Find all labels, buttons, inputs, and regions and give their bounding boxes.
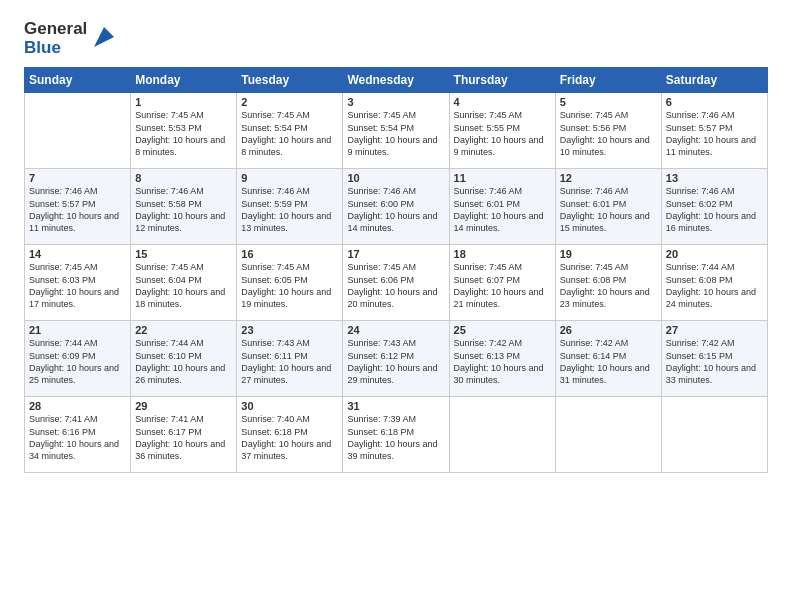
cell-info: Sunrise: 7:45 AMSunset: 5:56 PMDaylight:… xyxy=(560,109,657,158)
cell-0-3: 3Sunrise: 7:45 AMSunset: 5:54 PMDaylight… xyxy=(343,93,449,169)
day-number: 28 xyxy=(29,400,126,412)
day-number: 4 xyxy=(454,96,551,108)
cell-info: Sunrise: 7:40 AMSunset: 6:18 PMDaylight:… xyxy=(241,413,338,462)
cell-info: Sunrise: 7:46 AMSunset: 6:00 PMDaylight:… xyxy=(347,185,444,234)
cell-2-0: 14Sunrise: 7:45 AMSunset: 6:03 PMDayligh… xyxy=(25,245,131,321)
header: General Blue xyxy=(24,20,768,57)
cell-2-5: 19Sunrise: 7:45 AMSunset: 6:08 PMDayligh… xyxy=(555,245,661,321)
col-header-wednesday: Wednesday xyxy=(343,68,449,93)
week-row-4: 28Sunrise: 7:41 AMSunset: 6:16 PMDayligh… xyxy=(25,397,768,473)
cell-info: Sunrise: 7:46 AMSunset: 6:01 PMDaylight:… xyxy=(454,185,551,234)
day-number: 27 xyxy=(666,324,763,336)
col-header-friday: Friday xyxy=(555,68,661,93)
cell-info: Sunrise: 7:46 AMSunset: 5:58 PMDaylight:… xyxy=(135,185,232,234)
cell-info: Sunrise: 7:41 AMSunset: 6:17 PMDaylight:… xyxy=(135,413,232,462)
cell-info: Sunrise: 7:45 AMSunset: 5:54 PMDaylight:… xyxy=(347,109,444,158)
cell-1-0: 7Sunrise: 7:46 AMSunset: 5:57 PMDaylight… xyxy=(25,169,131,245)
col-header-saturday: Saturday xyxy=(661,68,767,93)
cell-info: Sunrise: 7:45 AMSunset: 6:04 PMDaylight:… xyxy=(135,261,232,310)
cell-0-5: 5Sunrise: 7:45 AMSunset: 5:56 PMDaylight… xyxy=(555,93,661,169)
cell-info: Sunrise: 7:46 AMSunset: 6:02 PMDaylight:… xyxy=(666,185,763,234)
col-header-sunday: Sunday xyxy=(25,68,131,93)
day-number: 12 xyxy=(560,172,657,184)
day-number: 8 xyxy=(135,172,232,184)
col-header-thursday: Thursday xyxy=(449,68,555,93)
cell-3-6: 27Sunrise: 7:42 AMSunset: 6:15 PMDayligh… xyxy=(661,321,767,397)
cell-2-1: 15Sunrise: 7:45 AMSunset: 6:04 PMDayligh… xyxy=(131,245,237,321)
day-number: 30 xyxy=(241,400,338,412)
day-number: 31 xyxy=(347,400,444,412)
cell-1-2: 9Sunrise: 7:46 AMSunset: 5:59 PMDaylight… xyxy=(237,169,343,245)
cell-info: Sunrise: 7:45 AMSunset: 5:53 PMDaylight:… xyxy=(135,109,232,158)
cell-info: Sunrise: 7:44 AMSunset: 6:09 PMDaylight:… xyxy=(29,337,126,386)
cell-3-4: 25Sunrise: 7:42 AMSunset: 6:13 PMDayligh… xyxy=(449,321,555,397)
day-number: 21 xyxy=(29,324,126,336)
day-number: 29 xyxy=(135,400,232,412)
cell-info: Sunrise: 7:45 AMSunset: 6:05 PMDaylight:… xyxy=(241,261,338,310)
week-row-0: 1Sunrise: 7:45 AMSunset: 5:53 PMDaylight… xyxy=(25,93,768,169)
day-number: 24 xyxy=(347,324,444,336)
cell-info: Sunrise: 7:46 AMSunset: 6:01 PMDaylight:… xyxy=(560,185,657,234)
cell-3-5: 26Sunrise: 7:42 AMSunset: 6:14 PMDayligh… xyxy=(555,321,661,397)
cell-3-1: 22Sunrise: 7:44 AMSunset: 6:10 PMDayligh… xyxy=(131,321,237,397)
cell-info: Sunrise: 7:43 AMSunset: 6:11 PMDaylight:… xyxy=(241,337,338,386)
week-row-1: 7Sunrise: 7:46 AMSunset: 5:57 PMDaylight… xyxy=(25,169,768,245)
day-number: 1 xyxy=(135,96,232,108)
cell-0-1: 1Sunrise: 7:45 AMSunset: 5:53 PMDaylight… xyxy=(131,93,237,169)
cell-3-0: 21Sunrise: 7:44 AMSunset: 6:09 PMDayligh… xyxy=(25,321,131,397)
day-number: 7 xyxy=(29,172,126,184)
calendar-table: SundayMondayTuesdayWednesdayThursdayFrid… xyxy=(24,67,768,473)
week-row-2: 14Sunrise: 7:45 AMSunset: 6:03 PMDayligh… xyxy=(25,245,768,321)
cell-3-3: 24Sunrise: 7:43 AMSunset: 6:12 PMDayligh… xyxy=(343,321,449,397)
day-number: 15 xyxy=(135,248,232,260)
cell-4-2: 30Sunrise: 7:40 AMSunset: 6:18 PMDayligh… xyxy=(237,397,343,473)
cell-info: Sunrise: 7:43 AMSunset: 6:12 PMDaylight:… xyxy=(347,337,444,386)
cell-info: Sunrise: 7:45 AMSunset: 6:07 PMDaylight:… xyxy=(454,261,551,310)
cell-info: Sunrise: 7:41 AMSunset: 6:16 PMDaylight:… xyxy=(29,413,126,462)
logo-icon xyxy=(90,23,118,51)
cell-1-6: 13Sunrise: 7:46 AMSunset: 6:02 PMDayligh… xyxy=(661,169,767,245)
cell-info: Sunrise: 7:46 AMSunset: 5:59 PMDaylight:… xyxy=(241,185,338,234)
day-number: 11 xyxy=(454,172,551,184)
logo-general: General xyxy=(24,20,87,39)
cell-info: Sunrise: 7:42 AMSunset: 6:15 PMDaylight:… xyxy=(666,337,763,386)
cell-4-4 xyxy=(449,397,555,473)
svg-marker-0 xyxy=(94,27,114,47)
day-number: 5 xyxy=(560,96,657,108)
cell-4-6 xyxy=(661,397,767,473)
cell-info: Sunrise: 7:46 AMSunset: 5:57 PMDaylight:… xyxy=(666,109,763,158)
cell-1-1: 8Sunrise: 7:46 AMSunset: 5:58 PMDaylight… xyxy=(131,169,237,245)
day-number: 16 xyxy=(241,248,338,260)
day-number: 25 xyxy=(454,324,551,336)
day-number: 20 xyxy=(666,248,763,260)
day-number: 23 xyxy=(241,324,338,336)
page: General Blue SundayMondayTuesdayWednesda… xyxy=(0,0,792,612)
cell-1-5: 12Sunrise: 7:46 AMSunset: 6:01 PMDayligh… xyxy=(555,169,661,245)
col-header-monday: Monday xyxy=(131,68,237,93)
day-number: 22 xyxy=(135,324,232,336)
cell-2-2: 16Sunrise: 7:45 AMSunset: 6:05 PMDayligh… xyxy=(237,245,343,321)
cell-0-4: 4Sunrise: 7:45 AMSunset: 5:55 PMDaylight… xyxy=(449,93,555,169)
cell-4-1: 29Sunrise: 7:41 AMSunset: 6:17 PMDayligh… xyxy=(131,397,237,473)
cell-info: Sunrise: 7:44 AMSunset: 6:10 PMDaylight:… xyxy=(135,337,232,386)
day-number: 19 xyxy=(560,248,657,260)
cell-2-3: 17Sunrise: 7:45 AMSunset: 6:06 PMDayligh… xyxy=(343,245,449,321)
cell-2-4: 18Sunrise: 7:45 AMSunset: 6:07 PMDayligh… xyxy=(449,245,555,321)
day-number: 17 xyxy=(347,248,444,260)
logo-blue: Blue xyxy=(24,39,87,58)
day-number: 13 xyxy=(666,172,763,184)
cell-info: Sunrise: 7:44 AMSunset: 6:08 PMDaylight:… xyxy=(666,261,763,310)
day-number: 9 xyxy=(241,172,338,184)
cell-info: Sunrise: 7:42 AMSunset: 6:13 PMDaylight:… xyxy=(454,337,551,386)
cell-info: Sunrise: 7:45 AMSunset: 6:03 PMDaylight:… xyxy=(29,261,126,310)
cell-info: Sunrise: 7:42 AMSunset: 6:14 PMDaylight:… xyxy=(560,337,657,386)
day-number: 10 xyxy=(347,172,444,184)
cell-info: Sunrise: 7:46 AMSunset: 5:57 PMDaylight:… xyxy=(29,185,126,234)
cell-1-4: 11Sunrise: 7:46 AMSunset: 6:01 PMDayligh… xyxy=(449,169,555,245)
cell-0-6: 6Sunrise: 7:46 AMSunset: 5:57 PMDaylight… xyxy=(661,93,767,169)
day-number: 6 xyxy=(666,96,763,108)
cell-4-0: 28Sunrise: 7:41 AMSunset: 6:16 PMDayligh… xyxy=(25,397,131,473)
week-row-3: 21Sunrise: 7:44 AMSunset: 6:09 PMDayligh… xyxy=(25,321,768,397)
day-number: 2 xyxy=(241,96,338,108)
day-number: 18 xyxy=(454,248,551,260)
